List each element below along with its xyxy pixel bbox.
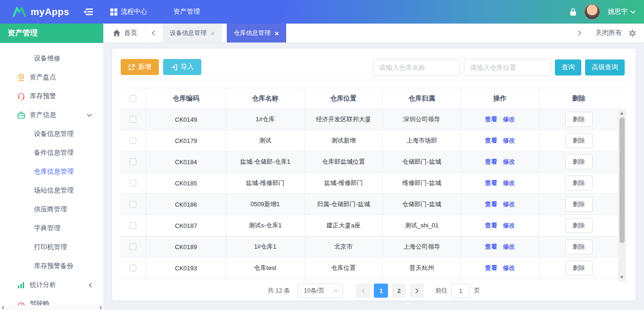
advanced-query-button[interactable]: 高级查询 bbox=[585, 59, 625, 75]
sidebar-item-spare-parts[interactable]: 备件信息管理 bbox=[0, 143, 103, 162]
query-button[interactable]: 查询 bbox=[555, 59, 581, 75]
sidebar-item-device-info[interactable]: 设备信息管理 bbox=[0, 125, 103, 143]
gear-icon[interactable] bbox=[628, 29, 636, 37]
cell-code: CK0186 bbox=[146, 194, 226, 215]
close-icon[interactable]: × bbox=[275, 30, 279, 37]
delete-button[interactable]: 删除 bbox=[565, 154, 593, 169]
total-count: 共 12 条 bbox=[268, 286, 290, 295]
row-checkbox[interactable] bbox=[130, 222, 136, 229]
tabs-scroll-left-icon[interactable] bbox=[146, 24, 160, 42]
headset-icon bbox=[17, 92, 25, 101]
delete-button[interactable]: 删除 bbox=[565, 239, 593, 254]
edit-link[interactable]: 修改 bbox=[503, 158, 515, 166]
row-checkbox[interactable] bbox=[130, 243, 136, 250]
delete-button[interactable]: 删除 bbox=[565, 218, 593, 233]
sidebar-item-warehouse-info[interactable]: 仓库信息管理 bbox=[0, 162, 103, 181]
home-icon bbox=[113, 30, 120, 36]
query-label: 查询 bbox=[561, 63, 575, 72]
scroll-up-arrow-icon[interactable] bbox=[620, 112, 624, 115]
sidebar-item-station-info[interactable]: 场站信息管理 bbox=[0, 181, 103, 200]
prev-page-button[interactable] bbox=[356, 284, 370, 298]
sidebar-item-device-repair[interactable]: 设备维修 bbox=[0, 49, 103, 68]
row-checkbox[interactable] bbox=[130, 137, 136, 144]
page-button-2[interactable]: 2 bbox=[392, 284, 406, 298]
delete-button[interactable]: 删除 bbox=[565, 197, 593, 212]
row-checkbox[interactable] bbox=[130, 159, 136, 165]
edit-link[interactable]: 修改 bbox=[503, 136, 515, 145]
row-checkbox[interactable] bbox=[130, 265, 136, 271]
warehouse-name-input[interactable] bbox=[373, 59, 460, 76]
add-label: 新增 bbox=[138, 63, 151, 71]
menu-label: 设备信息管理 bbox=[34, 130, 74, 138]
next-page-button[interactable] bbox=[410, 284, 424, 298]
edit-link[interactable]: 修改 bbox=[503, 179, 515, 187]
tab-device-info[interactable]: 设备信息管理 × bbox=[163, 24, 222, 42]
sidebar-horizontal-scrollbar[interactable] bbox=[0, 305, 104, 310]
tabbar-right: 关闭所有 bbox=[573, 24, 644, 42]
sidebar-item-cockpit[interactable]: 驾驶舱 bbox=[0, 294, 103, 305]
edit-link[interactable]: 修改 bbox=[503, 115, 515, 124]
sidebar-item-dictionary[interactable]: 字典管理 bbox=[0, 219, 103, 238]
add-button[interactable]: 新增 bbox=[121, 59, 159, 75]
table-row: CK0186 0509新增1 归属-仓储部门-盐城 仓储部门-盐城 查看修改 删… bbox=[120, 194, 626, 215]
import-button[interactable]: 导入 bbox=[163, 59, 201, 75]
close-icon[interactable]: × bbox=[211, 30, 215, 37]
view-link[interactable]: 查看 bbox=[485, 200, 497, 209]
scroll-left-arrow-icon[interactable] bbox=[1, 306, 4, 310]
menu-label: 仓库信息管理 bbox=[34, 168, 74, 176]
top-navigation: 流程中心 资产管理 bbox=[110, 8, 200, 16]
page-size-select[interactable]: 10条/页 bbox=[297, 284, 343, 298]
view-link[interactable]: 查看 bbox=[485, 136, 497, 145]
nav-process-center[interactable]: 流程中心 bbox=[110, 8, 147, 16]
pagination: 共 12 条 10条/页 1 2 前往 页 bbox=[112, 283, 636, 298]
row-checkbox[interactable] bbox=[130, 180, 136, 186]
chevron-down-icon bbox=[630, 10, 636, 14]
edit-link[interactable]: 修改 bbox=[503, 264, 515, 272]
home-tab[interactable]: 首页 bbox=[104, 24, 146, 42]
view-link[interactable]: 查看 bbox=[485, 264, 497, 272]
delete-button[interactable]: 删除 bbox=[565, 176, 593, 191]
edit-link[interactable]: 修改 bbox=[503, 221, 515, 230]
select-all-checkbox[interactable] bbox=[130, 95, 136, 102]
sidebar-item-asset-check[interactable]: 资产盘点 bbox=[0, 68, 103, 87]
view-link[interactable]: 查看 bbox=[485, 243, 497, 251]
delete-button[interactable]: 删除 bbox=[565, 112, 593, 127]
menu-label: 资产信息 bbox=[30, 111, 56, 119]
goto-page-input[interactable] bbox=[451, 284, 470, 298]
sidebar-item-stock-alert-backup[interactable]: 库存预警备份 bbox=[0, 257, 103, 276]
collapse-sidebar-icon[interactable] bbox=[83, 8, 93, 16]
nav-asset-management[interactable]: 资产管理 bbox=[173, 8, 200, 16]
scrollbar-thumb[interactable] bbox=[619, 117, 625, 243]
page-size-value: 10条/页 bbox=[304, 286, 324, 295]
page-button-1[interactable]: 1 bbox=[374, 284, 388, 298]
tabs-scroll-right-icon[interactable] bbox=[573, 24, 587, 42]
user-menu[interactable]: 姚思宇 bbox=[608, 8, 636, 16]
scroll-right-arrow-icon[interactable] bbox=[100, 306, 102, 310]
nav-label: 资产管理 bbox=[173, 8, 200, 16]
view-link[interactable]: 查看 bbox=[485, 115, 497, 124]
scroll-down-arrow-icon[interactable] bbox=[620, 276, 624, 279]
sidebar-item-printer[interactable]: 打印机管理 bbox=[0, 238, 103, 257]
warehouse-location-input[interactable] bbox=[464, 59, 551, 76]
view-link[interactable]: 查看 bbox=[485, 179, 497, 187]
app-logo[interactable]: myApps bbox=[0, 7, 79, 17]
row-checkbox[interactable] bbox=[130, 201, 136, 208]
tab-warehouse-info[interactable]: 仓库信息管理 × bbox=[227, 24, 286, 42]
edit-link[interactable]: 修改 bbox=[503, 243, 515, 251]
view-link[interactable]: 查看 bbox=[485, 158, 497, 166]
sidebar-item-asset-info[interactable]: 资产信息 bbox=[0, 106, 103, 125]
delete-button[interactable]: 删除 bbox=[565, 133, 593, 148]
delete-button[interactable]: 删除 bbox=[565, 260, 593, 276]
close-all-button[interactable]: 关闭所有 bbox=[595, 29, 622, 37]
cell-location: 经济开发区联邦大厦 bbox=[305, 109, 383, 130]
row-checkbox[interactable] bbox=[130, 116, 136, 123]
table-vertical-scrollbar[interactable] bbox=[618, 109, 626, 281]
edit-link[interactable]: 修改 bbox=[503, 200, 515, 209]
view-link[interactable]: 查看 bbox=[485, 221, 497, 230]
sidebar-item-supplier[interactable]: 供应商管理 bbox=[0, 200, 103, 219]
user-avatar[interactable] bbox=[584, 4, 600, 20]
lock-icon[interactable] bbox=[570, 8, 577, 16]
sidebar-item-statistics[interactable]: 统计分析 bbox=[0, 276, 103, 294]
sidebar-item-stock-alert[interactable]: 库存预警 bbox=[0, 87, 103, 106]
table-row-partial bbox=[120, 279, 626, 281]
